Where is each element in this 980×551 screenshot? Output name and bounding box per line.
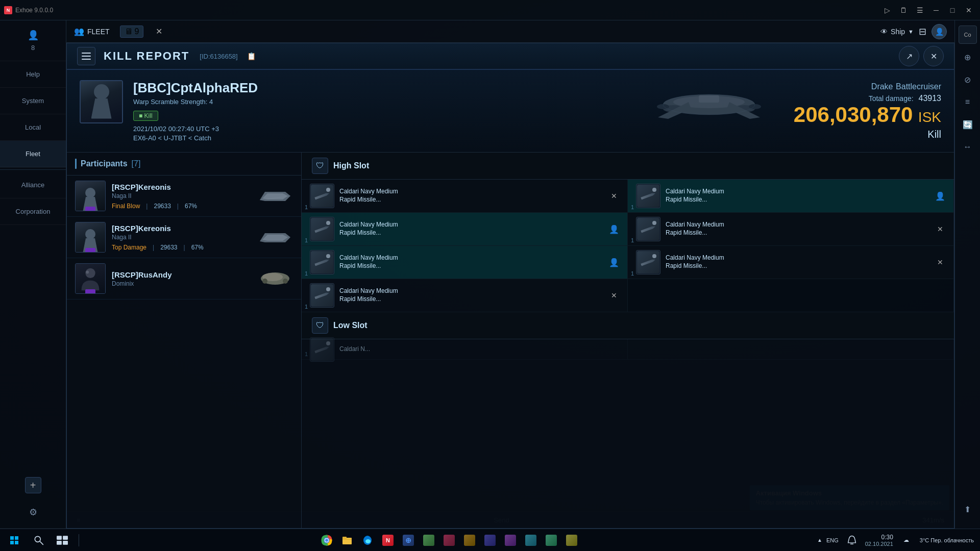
taskbar-notification[interactable] [843,531,861,549]
sidebar-item-help[interactable]: Help [0,61,66,88]
taskbar-app-4[interactable] [440,531,458,549]
taskbar-app-10[interactable] [562,531,581,549]
right-icon-1[interactable]: ⊕ [959,48,977,66]
list-item[interactable]: [RSCP]Kereonis Naga II Top Damage | 2963… [67,217,301,258]
pilot-avatar-inner [81,81,122,122]
sidebar-item-system[interactable]: System [0,88,66,114]
file-explorer-icon [341,535,353,546]
app-icon: N [4,6,12,14]
topbar-right: 👁 Ship ▼ ⊟ 👤 [880,24,947,39]
taskbar-app-1[interactable]: N [379,531,397,549]
taskbar-clock: 0:30 02.10.2021 [865,534,893,547]
kill-stats: Drake Battlecruiser Total damage: 43913 … [794,80,941,140]
burger-icon[interactable]: ☰ [913,3,927,17]
taskbar-app-5[interactable] [460,531,479,549]
low-slot-item-2[interactable] [628,339,954,360]
sidebar-item-user[interactable]: 👤 8 [0,20,66,61]
windows-start-button[interactable] [4,530,24,550]
right-icon-2[interactable]: ⊘ [959,70,977,89]
fleet-close-button[interactable]: ✕ [156,27,162,36]
clipboard-icon[interactable]: 🗒 [896,3,911,17]
filter-icon[interactable]: ⊟ [919,26,926,37]
sidebar-user-count: 8 [31,44,35,52]
slot-item-1[interactable]: 1 Caldari Navy MediumRapid Missile... ✕ [302,180,628,213]
stat-value-1: 29633 [154,203,170,210]
minimize-icon[interactable]: ─ [929,3,943,17]
taskbar-edge[interactable] [358,531,377,549]
sidebar-item-fleet[interactable]: Fleet [0,141,66,167]
sidebar-item-local[interactable]: Local [0,114,66,141]
taskview-icon [57,535,68,546]
taskbar-app-9[interactable] [542,531,560,549]
slot-action-2[interactable]: 👤 [935,191,945,201]
play-icon[interactable]: ▷ [880,3,894,17]
arrow-up-icon[interactable]: ▲ [817,537,822,543]
ship-view-button[interactable]: 👁 Ship ▼ [880,28,914,36]
participants-title: Participants [81,159,128,168]
slot-action-1[interactable]: ✕ [609,191,619,201]
right-icon-bottom[interactable]: ⬆ [959,500,977,518]
participant-ship-icon-3 [257,270,293,288]
slot-item-2[interactable]: 1 Caldari Navy MediumRapid Missile... 👤 [628,180,954,213]
slot-item-7[interactable]: 1 Caldari Navy MediumRapid Missile... ✕ [302,279,628,312]
export-button[interactable]: ↗ [899,46,919,66]
slot-empty-1 [628,279,954,312]
sidebar-settings[interactable]: ⚙ [0,497,66,529]
isk-row: 206,030,870 ISK [794,103,941,127]
slot-item-5[interactable]: 1 Caldari Navy MediumRapid Missile... 👤 [302,246,628,279]
taskbar-search[interactable] [30,531,48,549]
right-icon-5[interactable]: ↔ [959,138,977,156]
missile-icon-6 [637,251,659,273]
taskbar-app-2[interactable]: ⊕ [399,531,418,549]
total-damage-label: Total damage: [869,94,914,103]
sidebar-alliance-label: Alliance [21,181,45,189]
window-close-icon[interactable]: ✕ [962,3,976,17]
slot-item-6[interactable]: 1 Caldari Navy MediumRapid Missile... ✕ [628,246,954,279]
taskbar-chrome[interactable] [317,531,336,549]
taskbar-weather[interactable]: ☁ [897,531,916,549]
taskbar-taskview[interactable] [53,531,71,549]
total-damage-row: Total damage: 43913 [794,94,941,103]
slot-action-7[interactable]: ✕ [609,290,619,300]
taskbar-time: 0:30 [865,534,893,541]
slot-action-3[interactable]: 👤 [609,224,619,234]
hamburger-line-2 [82,56,91,57]
taskbar-app-7[interactable] [501,531,520,549]
user-avatar-top[interactable]: 👤 [932,24,947,39]
slot-num-6: 1 [631,270,634,277]
participants-count: [7] [132,159,141,168]
hamburger-button[interactable] [77,47,95,65]
slot-action-5[interactable]: 👤 [609,257,619,267]
slot-action-6[interactable]: ✕ [935,257,945,267]
svg-rect-23 [10,541,14,544]
right-icon-4[interactable]: 🔄 [959,115,977,134]
maximize-icon[interactable]: □ [945,3,960,17]
weather-label: 3°C Пер. облачность [920,537,974,543]
add-tab-button[interactable]: + [25,477,41,493]
list-item[interactable]: [RSCP]Kereonis Naga II Final Blow | 2963… [67,176,301,217]
modal-close-button[interactable]: ✕ [923,46,944,66]
list-item[interactable]: [RSCP]RusAndy Dominix [67,258,301,299]
slot-action-4[interactable]: ✕ [935,224,945,234]
slot-item-4[interactable]: 1 Caldari Navy MediumRapid Missile... ✕ [628,213,954,246]
participant-ship-icon-1 [257,187,293,205]
low-slot-item-1[interactable]: 1 Caldari N... [302,339,628,360]
sidebar-item-alliance[interactable]: Alliance [0,172,66,198]
sidebar-item-corporation[interactable]: Corporation [0,198,66,225]
copy-id-icon[interactable]: 📋 [247,52,256,60]
ship-render [638,75,780,136]
svg-line-26 [40,541,43,545]
slot-num-4: 1 [631,237,634,243]
slot-num-7: 1 [305,304,308,310]
taskbar-app-6[interactable] [481,531,499,549]
taskbar-file-explorer[interactable] [338,531,356,549]
taskbar-app-8[interactable] [522,531,540,549]
fleet-count-display[interactable]: 🖥 9 [120,26,144,38]
participant-avatar-3 [75,263,106,294]
fleet-button[interactable]: 👥 FLEET [74,27,110,36]
slot-item-3[interactable]: 1 Caldari Navy MediumRapid Missile... 👤 [302,213,628,246]
taskbar-app-3[interactable] [420,531,438,549]
stat-percent-2: 67% [191,244,204,251]
right-icon-3[interactable]: ≡ [959,93,977,111]
kill-badge: ■ Kill [133,111,158,121]
